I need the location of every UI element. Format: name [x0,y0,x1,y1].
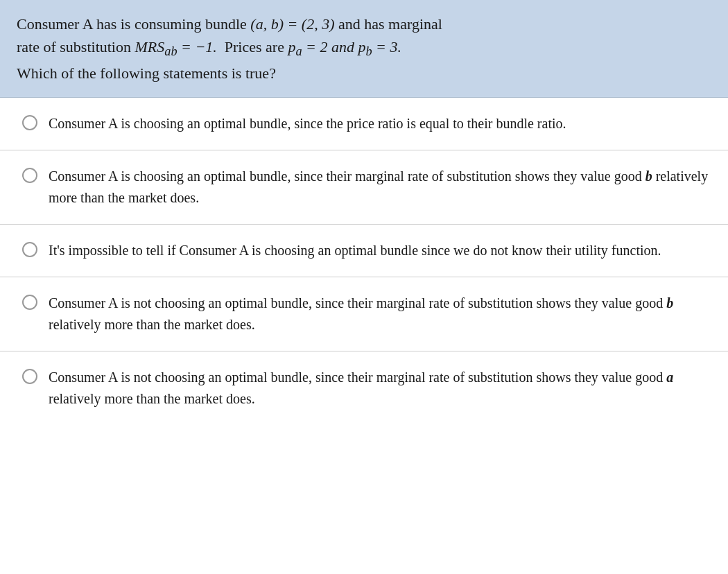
options-container: Consumer A is choosing an optimal bundle… [0,98,728,425]
option-row-b: Consumer A is choosing an optimal bundle… [0,150,728,225]
option-row-a: Consumer A is choosing an optimal bundle… [0,98,728,150]
question-header: Consumer A has is consuming bundle (a, b… [0,0,728,98]
option-text-b: Consumer A is choosing an optimal bundle… [49,166,711,209]
option-row-c: It's impossible to tell if Consumer A is… [0,225,728,277]
header-bundle-math: (a, b) = (2, 3) [250,15,338,33]
radio-button-e[interactable] [22,369,37,384]
option-row-e: Consumer A is not choosing an optimal bu… [0,351,728,425]
header-prices-math: pa = 2 and pb = 3. [288,38,401,55]
header-line2: rate of substitution MRSab = −1. Prices … [17,38,401,55]
radio-button-c[interactable] [22,242,37,257]
header-mrs-math: MRSab = −1. [135,38,216,55]
bold-a-1: a [666,369,673,385]
option-text-e: Consumer A is not choosing an optimal bu… [49,367,711,410]
header-line1: Consumer A has is consuming bundle (a, b… [17,15,442,33]
option-text-d: Consumer A is not choosing an optimal bu… [49,293,711,336]
bold-b-1: b [645,168,652,184]
bold-b-2: b [666,295,673,311]
option-text-c: It's impossible to tell if Consumer A is… [49,240,711,261]
radio-button-b[interactable] [22,168,37,183]
option-row-d: Consumer A is not choosing an optimal bu… [0,277,728,351]
radio-button-d[interactable] [22,295,37,310]
option-text-a: Consumer A is choosing an optimal bundle… [49,113,711,134]
header-line3: Which of the following statements is tru… [17,64,276,82]
radio-button-a[interactable] [22,115,37,130]
